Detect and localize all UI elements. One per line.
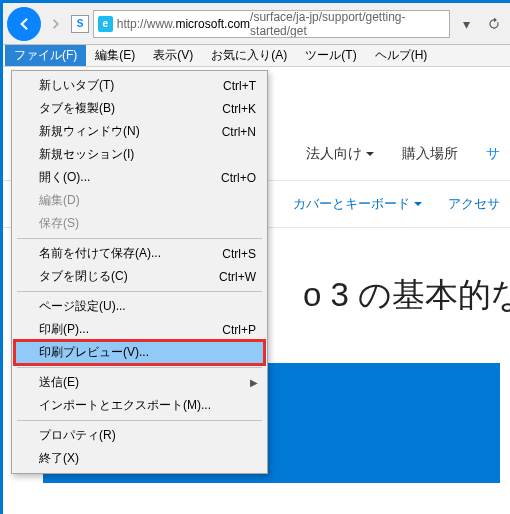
menuitem-label: ページ設定(U)... (39, 298, 256, 315)
menuitem-shortcut: Ctrl+N (222, 125, 256, 139)
refresh-button[interactable] (482, 17, 506, 31)
tab-favicon[interactable]: S (71, 15, 89, 33)
menuitem-label: 新規ウィンドウ(N) (39, 123, 222, 140)
menuitem-new-window[interactable]: 新規ウィンドウ(N) Ctrl+N (15, 120, 264, 143)
menu-view[interactable]: 表示(V) (144, 45, 202, 66)
menuitem-properties[interactable]: プロパティ(R) (15, 424, 264, 447)
link-accessories[interactable]: アクセサ (448, 195, 500, 213)
arrow-left-icon (15, 15, 33, 33)
menuitem-close-tab[interactable]: タブを閉じる(C) Ctrl+W (15, 265, 264, 288)
menuitem-shortcut: Ctrl+S (222, 247, 256, 261)
menuitem-new-session[interactable]: 新規セッション(I) (15, 143, 264, 166)
menuitem-save: 保存(S) (15, 212, 264, 235)
menuitem-label: インポートとエクスポート(M)... (39, 397, 256, 414)
menuitem-page-setup[interactable]: ページ設定(U)... (15, 295, 264, 318)
menuitem-import-export[interactable]: インポートとエクスポート(M)... (15, 394, 264, 417)
menu-help[interactable]: ヘルプ(H) (366, 45, 437, 66)
menuitem-label: 印刷プレビュー(V)... (39, 344, 256, 361)
menuitem-label: プロパティ(R) (39, 427, 256, 444)
ie-icon: e (98, 16, 113, 32)
menu-file[interactable]: ファイル(F) (5, 45, 86, 66)
menuitem-label: 新しいタブ(T) (39, 77, 223, 94)
file-dropdown: 新しいタブ(T) Ctrl+T タブを複製(B) Ctrl+K 新規ウィンドウ(… (11, 70, 268, 474)
menuitem-open[interactable]: 開く(O)... Ctrl+O (15, 166, 264, 189)
menuitem-send[interactable]: 送信(E) ▶ (15, 371, 264, 394)
forward-button[interactable] (45, 13, 67, 35)
menu-separator (17, 238, 262, 239)
menu-separator (17, 291, 262, 292)
menu-bar: ファイル(F) 編集(E) 表示(V) お気に入り(A) ツール(T) ヘルプ(… (3, 45, 510, 67)
menu-separator (17, 420, 262, 421)
menu-tools[interactable]: ツール(T) (296, 45, 365, 66)
menuitem-label: 編集(D) (39, 192, 256, 209)
menuitem-shortcut: Ctrl+O (221, 171, 256, 185)
menuitem-shortcut: Ctrl+K (222, 102, 256, 116)
arrow-right-icon (49, 17, 63, 31)
menuitem-label: タブを複製(B) (39, 100, 222, 117)
menuitem-save-as[interactable]: 名前を付けて保存(A)... Ctrl+S (15, 242, 264, 265)
menuitem-print-preview[interactable]: 印刷プレビュー(V)... (15, 341, 264, 364)
dropdown-arrow-icon[interactable]: ▾ (454, 16, 478, 32)
menu-edit[interactable]: 編集(E) (86, 45, 144, 66)
menuitem-exit[interactable]: 終了(X) (15, 447, 264, 470)
menuitem-shortcut: Ctrl+P (222, 323, 256, 337)
menuitem-label: 名前を付けて保存(A)... (39, 245, 222, 262)
browser-toolbar: S e http://www.microsoft.com/surface/ja-… (3, 3, 510, 45)
url-domain: microsoft.com (175, 17, 250, 31)
nav-corporate[interactable]: 法人向け (306, 145, 374, 163)
menuitem-label: 新規セッション(I) (39, 146, 256, 163)
menu-favorites[interactable]: お気に入り(A) (202, 45, 296, 66)
menuitem-label: 印刷(P)... (39, 321, 222, 338)
menuitem-duplicate-tab[interactable]: タブを複製(B) Ctrl+K (15, 97, 264, 120)
menuitem-shortcut: Ctrl+W (219, 270, 256, 284)
back-button[interactable] (7, 7, 41, 41)
menuitem-label: タブを閉じる(C) (39, 268, 219, 285)
menuitem-label: 開く(O)... (39, 169, 221, 186)
menuitem-new-tab[interactable]: 新しいタブ(T) Ctrl+T (15, 74, 264, 97)
nav-buy[interactable]: 購入場所 (402, 145, 458, 163)
menuitem-shortcut: Ctrl+T (223, 79, 256, 93)
menu-separator (17, 367, 262, 368)
menuitem-label: 終了(X) (39, 450, 256, 467)
menuitem-label: 保存(S) (39, 215, 256, 232)
nav-highlighted[interactable]: サ (486, 145, 500, 163)
url-prefix: http://www. (117, 17, 176, 31)
refresh-icon (487, 17, 501, 31)
address-bar[interactable]: e http://www.microsoft.com/surface/ja-jp… (93, 10, 450, 38)
menuitem-label: 送信(E) (39, 374, 256, 391)
link-covers[interactable]: カバーとキーボード (293, 195, 422, 213)
submenu-arrow-icon: ▶ (250, 377, 258, 388)
url-path: /surface/ja-jp/support/getting-started/g… (250, 10, 445, 38)
menuitem-print[interactable]: 印刷(P)... Ctrl+P (15, 318, 264, 341)
menuitem-edit: 編集(D) (15, 189, 264, 212)
